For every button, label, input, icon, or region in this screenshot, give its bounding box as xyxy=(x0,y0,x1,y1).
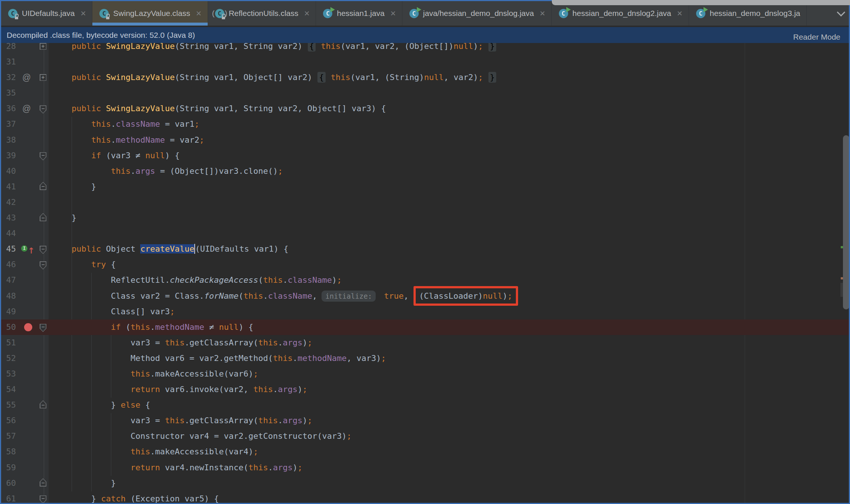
line-number: 46 xyxy=(1,257,16,272)
fold-marker[interactable]: − xyxy=(40,495,46,503)
tab-label: ReflectionUtils.class xyxy=(229,9,299,18)
code-token: public xyxy=(72,43,101,51)
line-number: 37 xyxy=(1,116,16,132)
code-token: . xyxy=(111,135,116,145)
code-token: , var2) xyxy=(444,73,478,82)
code-token: null xyxy=(454,43,473,51)
code-line-46: 46− try { xyxy=(1,257,849,272)
code-text: try { xyxy=(52,257,116,272)
fold-marker[interactable]: − xyxy=(40,261,46,269)
code-token: = var2 xyxy=(165,135,200,145)
code-token: this xyxy=(273,354,293,363)
indent-space xyxy=(52,135,91,145)
code-token: null xyxy=(424,73,444,82)
fold-marker[interactable]: + xyxy=(40,43,46,50)
line-number: 49 xyxy=(1,304,16,319)
annotation-gutter-icon: @ xyxy=(22,70,31,85)
tab-3[interactable]: (C)ReflectionUtils.class✕ xyxy=(208,1,316,26)
indent-space xyxy=(52,338,131,347)
code-token: true xyxy=(384,291,403,301)
fold-marker[interactable]: − xyxy=(40,478,46,487)
code-text: this.className = var1; xyxy=(52,116,199,132)
code-token: } xyxy=(111,478,116,488)
code-token: this xyxy=(91,135,111,145)
code-token: this xyxy=(258,338,278,347)
close-icon[interactable]: ✕ xyxy=(196,9,202,18)
reader-mode-label[interactable]: Reader Mode xyxy=(793,33,840,42)
close-icon[interactable]: ✕ xyxy=(677,9,683,18)
code-token: ; xyxy=(297,463,302,472)
lock-icon xyxy=(106,15,110,19)
breakpoint-icon[interactable] xyxy=(24,323,32,331)
tab-label: SwingLazyValue.class xyxy=(113,9,190,18)
code-text: ReflectUtil.checkPackageAccess(this.clas… xyxy=(52,272,342,288)
code-token: ; xyxy=(170,307,175,316)
code-token: null xyxy=(483,291,503,301)
code-text: var3 = this.getClassArray(this.args); xyxy=(52,413,312,428)
code-token: ; xyxy=(347,431,352,441)
code-text: Class[] var3; xyxy=(52,304,175,319)
code-token: null xyxy=(145,151,165,160)
code-line-28: 28+ public SwingLazyValue(String var1, S… xyxy=(1,43,849,54)
code-lines: 28+ public SwingLazyValue(String var1, S… xyxy=(1,43,849,503)
code-token: return xyxy=(131,385,160,394)
fold-marker-glyph: − xyxy=(40,182,46,189)
tab-1[interactable]: CUIDefaults.java✕ xyxy=(1,1,92,26)
code-text: if (var3 ≠ null) { xyxy=(52,148,179,163)
close-icon[interactable]: ✕ xyxy=(80,9,86,18)
implements-method-icon[interactable]: I↑ xyxy=(21,244,34,253)
code-token: this xyxy=(165,338,185,347)
code-token: Object xyxy=(101,244,140,253)
code-token: .makeAccessible(var6) xyxy=(150,369,253,378)
code-token: methodName xyxy=(155,322,204,332)
fold-marker[interactable]: − xyxy=(40,182,46,190)
lock-body xyxy=(15,17,18,19)
code-token: (String var1, String var2, Object[] var3… xyxy=(175,104,386,113)
tab-strip-horizontal-scrollbar-thumb[interactable] xyxy=(552,0,850,5)
code-line-32: 32@+ public SwingLazyValue(String var1, … xyxy=(1,70,849,85)
close-icon[interactable]: ✕ xyxy=(390,9,396,18)
tab-2[interactable]: CSwingLazyValue.class✕ xyxy=(92,1,208,26)
tab-label: UIDefaults.java xyxy=(22,9,75,18)
code-token: { xyxy=(106,260,116,269)
code-line-42: 42 xyxy=(1,195,849,210)
fold-marker-glyph: − xyxy=(40,496,46,503)
code-token xyxy=(483,43,488,51)
line-number: 53 xyxy=(1,366,16,382)
line-number: 41 xyxy=(1,179,16,195)
line-number: 50 xyxy=(1,319,16,335)
code-text: } catch (Exception var5) { xyxy=(52,491,219,503)
code-editor[interactable]: 28+ public SwingLazyValue(String var1, S… xyxy=(1,43,849,503)
line-number: 28 xyxy=(1,43,16,54)
indent-space xyxy=(52,291,111,301)
indent-space xyxy=(52,494,91,503)
line-number: 52 xyxy=(1,351,16,366)
close-icon[interactable]: ✕ xyxy=(304,9,310,18)
close-icon[interactable]: ✕ xyxy=(540,9,546,18)
fold-marker[interactable]: + xyxy=(40,74,46,81)
indent-space xyxy=(52,104,72,113)
fold-marker[interactable]: − xyxy=(40,213,46,221)
fold-marker[interactable]: − xyxy=(40,246,46,254)
code-token: . xyxy=(150,322,155,332)
fold-marker[interactable]: − xyxy=(40,400,46,408)
code-line-45: 45I↑− public Object createValue(UIDefaul… xyxy=(1,241,849,257)
line-number: 57 xyxy=(1,428,16,444)
code-token: ) { xyxy=(165,151,180,160)
fold-marker[interactable]: − xyxy=(40,152,46,160)
code-token: .makeAccessible(var4) xyxy=(150,447,253,456)
fold-marker[interactable]: − xyxy=(40,324,46,332)
indent-space xyxy=(52,182,91,191)
indent-space xyxy=(52,43,72,51)
tab-4[interactable]: Chessian1.java✕ xyxy=(316,1,402,26)
tab-5[interactable]: Cjava/hessian_demo_dnslog.java✕ xyxy=(402,1,552,26)
indent-space xyxy=(52,73,72,82)
fold-marker[interactable]: − xyxy=(40,105,46,113)
tab-overflow-chevron-down-icon[interactable] xyxy=(837,8,846,17)
code-token: public xyxy=(72,73,101,82)
code-text: var3 = this.getClassArray(this.args); xyxy=(52,335,312,351)
indent-space xyxy=(52,151,91,160)
vertical-scrollbar-thumb[interactable] xyxy=(843,135,849,309)
code-token: . xyxy=(273,385,278,394)
code-token xyxy=(379,291,384,301)
